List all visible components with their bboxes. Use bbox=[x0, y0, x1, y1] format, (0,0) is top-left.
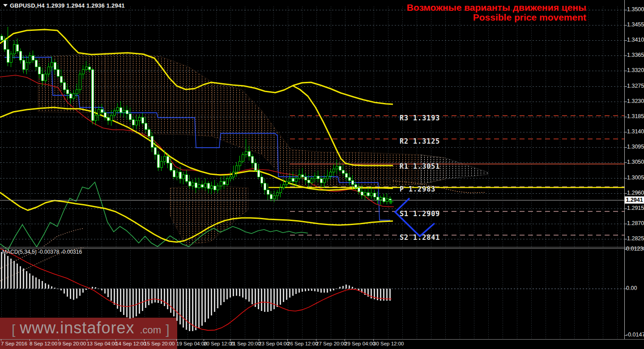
pivot-label-s2: S2 1.2841 bbox=[400, 234, 440, 242]
price-axis-label: 1.3275 bbox=[627, 83, 644, 89]
current-price-badge: 1.2941 bbox=[625, 196, 644, 204]
date-label: 30 Sep 12:00 bbox=[373, 341, 404, 346]
watermark-bracket-right: ] bbox=[166, 322, 169, 337]
price-axis-label: 1.3410 bbox=[627, 37, 644, 43]
date-label: 23 Sep 04:00 bbox=[259, 341, 289, 346]
price-axis-label: 1.3230 bbox=[627, 98, 644, 104]
forecast-annotation-en: Possible price movement bbox=[407, 13, 586, 22]
chart-title: GBPUSD,H4 1.2939 1.2944 1.2936 1.2941 bbox=[10, 2, 125, 9]
pivot-label-r3: R3 1.3193 bbox=[400, 114, 440, 122]
macd-indicator-label: MACD(5,34,5) -0.00378 -0.00316 bbox=[2, 249, 82, 255]
price-axis-label: 1.3005 bbox=[627, 174, 644, 181]
macd-axis-label: 0.01238 bbox=[626, 246, 644, 252]
date-label: 21 Sep 20:00 bbox=[230, 341, 260, 346]
price-axis-label: 1.2870 bbox=[627, 220, 644, 226]
price-axis-label: 1.3365 bbox=[627, 52, 644, 58]
date-label: 26 Sep 12:00 bbox=[287, 341, 318, 346]
macd-axis-label: 0.00 bbox=[626, 285, 637, 291]
price-axis-label: 1.3140 bbox=[627, 128, 644, 135]
forecast-annotation-ru: Возможные варианты движения цены bbox=[407, 3, 586, 13]
pivot-label-p: P 1.2983 bbox=[400, 185, 435, 193]
price-axis-label: 1.2825 bbox=[627, 235, 644, 242]
price-axis-label: 1.3050 bbox=[627, 159, 644, 165]
date-label: 9 Sep 20:00 bbox=[58, 341, 86, 346]
price-chart-canvas[interactable] bbox=[0, 0, 644, 349]
instaforex-watermark: [www.instaforex.com] bbox=[12, 319, 169, 337]
chart-window: GBPUSD,H4 1.2939 1.2944 1.2936 1.2941 Во… bbox=[0, 0, 644, 349]
price-axis-label: 1.2960 bbox=[627, 190, 644, 196]
watermark-suffix: .com bbox=[140, 324, 161, 336]
watermark-text: www.instaforex bbox=[20, 319, 134, 337]
date-label: 8 Sep 12:00 bbox=[30, 341, 57, 346]
price-axis-label: 1.3320 bbox=[627, 67, 644, 73]
price-axis-label: 1.2915 bbox=[627, 205, 644, 211]
date-label: 14 Sep 12:00 bbox=[115, 341, 146, 346]
date-label: 29 Sep 04:00 bbox=[345, 341, 375, 346]
price-axis-label: 1.3185 bbox=[627, 113, 644, 119]
pivot-label-s1: S1 1.2909 bbox=[400, 210, 440, 218]
date-label: 13 Sep 04:00 bbox=[87, 341, 117, 346]
date-label: 15 Sep 20:00 bbox=[144, 341, 175, 346]
forecast-annotation: Возможные варианты движения цены Possibl… bbox=[407, 3, 586, 22]
price-axis-label: 1.3095 bbox=[627, 144, 644, 150]
price-axis-label: 1.3500 bbox=[627, 6, 644, 13]
pivot-label-r1: R1 1.3051 bbox=[400, 162, 440, 170]
macd-axis-label: -0.01477 bbox=[626, 332, 644, 338]
date-label: 19 Sep 04:00 bbox=[176, 341, 207, 346]
symbol-dropdown-icon[interactable] bbox=[3, 4, 8, 7]
date-label: 27 Sep 20:00 bbox=[316, 341, 346, 346]
watermark-bracket-left: [ bbox=[12, 322, 15, 337]
pivot-label-r2: R2 1.3125 bbox=[400, 137, 440, 145]
date-label: 7 Sep 2016 bbox=[1, 341, 27, 346]
price-axis-label: 1.3455 bbox=[627, 21, 644, 28]
